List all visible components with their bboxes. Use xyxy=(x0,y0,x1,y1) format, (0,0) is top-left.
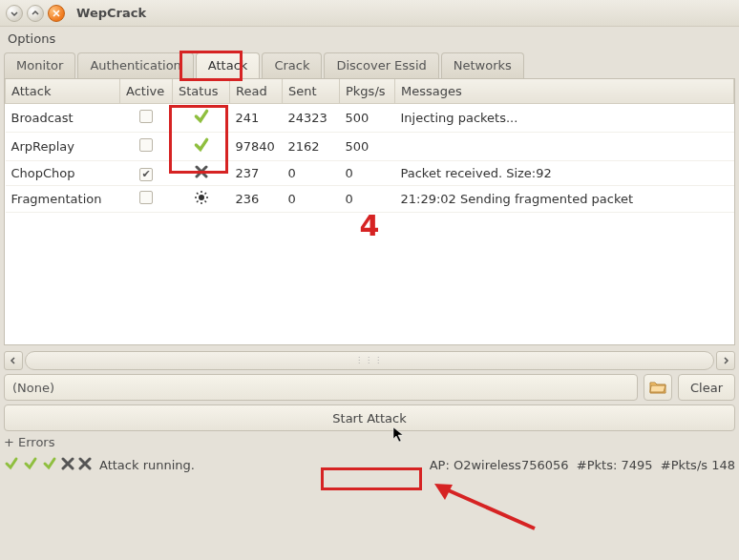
tab-attack[interactable]: Attack xyxy=(196,52,261,78)
cell-read: 237 xyxy=(230,161,283,186)
cell-attack: Broadcast xyxy=(6,104,120,133)
annotation-arrow xyxy=(430,481,544,541)
file-field[interactable]: (None) xyxy=(4,374,638,401)
tab-label: Monitor xyxy=(16,58,63,73)
status-text: Attack running. xyxy=(99,458,195,472)
cell-attack: Fragmentation xyxy=(6,186,120,213)
cell-active[interactable]: ✔ xyxy=(120,161,173,186)
tab-label: Crack xyxy=(274,58,309,73)
table-row[interactable]: Fragmentation2360021:29:02 Sending fragm… xyxy=(6,186,734,213)
statusbar: Attack running. AP: O2wireless756056 #Pk… xyxy=(4,451,735,478)
errors-expander[interactable]: + Errors xyxy=(4,435,735,449)
checkbox-icon[interactable] xyxy=(139,110,153,123)
svg-line-5 xyxy=(197,193,199,195)
cell-attack: ArpReplay xyxy=(6,133,120,161)
tab-authentication[interactable]: Authentication xyxy=(77,52,193,78)
folder-icon xyxy=(649,380,666,395)
checkbox-icon[interactable]: ✔ xyxy=(139,168,153,181)
cross-icon xyxy=(61,457,74,473)
tab-discover-essid[interactable]: Discover Essid xyxy=(324,52,438,78)
status-icons xyxy=(4,456,92,474)
cell-attack: ChopChop xyxy=(6,161,120,186)
cell-status xyxy=(173,186,230,213)
col-sent[interactable]: Sent xyxy=(283,79,340,104)
cell-read: 236 xyxy=(230,186,283,213)
status-fail-icon xyxy=(195,167,208,181)
svg-line-9 xyxy=(444,488,535,529)
cell-pkgs: 500 xyxy=(340,133,395,161)
cell-sent: 2162 xyxy=(283,133,340,161)
cell-messages: Injecting packets... xyxy=(395,104,734,133)
titlebar: WepCrack xyxy=(0,0,739,27)
cross-icon xyxy=(78,457,92,473)
col-read[interactable]: Read xyxy=(230,79,283,104)
clear-label: Clear xyxy=(690,381,723,395)
cell-pkgs: 500 xyxy=(340,104,395,133)
cell-active[interactable] xyxy=(120,104,173,133)
check-icon xyxy=(23,456,38,474)
scroll-left-button[interactable] xyxy=(4,351,23,370)
cell-status xyxy=(173,104,230,133)
tab-label: Discover Essid xyxy=(336,58,426,73)
start-row: Start Attack xyxy=(4,404,735,431)
menubar: Options xyxy=(0,27,739,50)
close-button[interactable] xyxy=(48,5,65,22)
status-working-icon xyxy=(194,194,209,208)
checkbox-icon[interactable] xyxy=(139,191,153,204)
attack-table: Attack Active Status Read Sent Pkgs/s Me… xyxy=(4,78,735,345)
tab-label: Networks xyxy=(454,58,512,73)
menu-options[interactable]: Options xyxy=(8,31,55,46)
tab-label: Authentication xyxy=(90,58,180,73)
cell-status xyxy=(173,133,230,161)
cell-messages xyxy=(395,133,734,161)
tab-networks[interactable]: Networks xyxy=(441,52,524,78)
start-attack-button[interactable]: Start Attack xyxy=(4,404,735,431)
cell-sent: 24323 xyxy=(283,104,340,133)
svg-point-0 xyxy=(199,195,204,200)
status-right: AP: O2wireless756056 #Pkts: 7495 #Pkts/s… xyxy=(430,458,735,472)
table-row[interactable]: Broadcast24124323500Injecting packets... xyxy=(6,104,734,133)
errors-label: + Errors xyxy=(4,435,55,449)
tab-crack[interactable]: Crack xyxy=(262,52,322,78)
check-icon xyxy=(42,456,57,474)
table-row[interactable]: ChopChop✔23700Packet received. Size:92 xyxy=(6,161,734,186)
cell-sent: 0 xyxy=(283,161,340,186)
status-ok-icon xyxy=(193,114,210,128)
tab-monitor[interactable]: Monitor xyxy=(4,52,75,78)
file-row: (None) Clear xyxy=(4,374,735,401)
scroll-right-button[interactable] xyxy=(716,351,735,370)
check-icon xyxy=(4,456,19,474)
svg-line-7 xyxy=(197,201,199,203)
window-title: WepCrack xyxy=(76,6,146,20)
cell-active[interactable] xyxy=(120,186,173,213)
start-attack-label: Start Attack xyxy=(332,411,406,425)
cell-messages: 21:29:02 Sending fragmented packet xyxy=(395,186,734,213)
checkbox-icon[interactable] xyxy=(139,138,153,152)
status-ok-icon xyxy=(193,142,210,156)
tab-label: Attack xyxy=(208,58,248,73)
scroll-track[interactable]: ⋮⋮⋮ xyxy=(25,351,714,370)
col-status[interactable]: Status xyxy=(173,79,230,104)
tabstrip: Monitor Authentication Attack Crack Disc… xyxy=(0,50,739,78)
col-pkgs[interactable]: Pkgs/s xyxy=(340,79,395,104)
cell-pkgs: 0 xyxy=(340,161,395,186)
cell-read: 97840 xyxy=(230,133,283,161)
cell-messages: Packet received. Size:92 xyxy=(395,161,734,186)
col-attack[interactable]: Attack xyxy=(6,79,120,104)
table-header-row: Attack Active Status Read Sent Pkgs/s Me… xyxy=(6,79,734,104)
clear-button[interactable]: Clear xyxy=(678,374,735,401)
cell-status xyxy=(173,161,230,186)
scroll-grip-icon: ⋮⋮⋮ xyxy=(355,356,384,364)
svg-marker-10 xyxy=(434,484,453,500)
svg-line-8 xyxy=(204,193,206,195)
col-messages[interactable]: Messages xyxy=(395,79,734,104)
maximize-button[interactable] xyxy=(27,5,44,22)
minimize-button[interactable] xyxy=(6,5,23,22)
col-active[interactable]: Active xyxy=(120,79,173,104)
cell-active[interactable] xyxy=(120,133,173,161)
file-field-value: (None) xyxy=(12,381,54,395)
open-file-button[interactable] xyxy=(644,374,672,401)
svg-line-6 xyxy=(204,201,206,203)
table-row[interactable]: ArpReplay978402162500 xyxy=(6,133,734,161)
h-scrollbar[interactable]: ⋮⋮⋮ xyxy=(4,351,735,370)
